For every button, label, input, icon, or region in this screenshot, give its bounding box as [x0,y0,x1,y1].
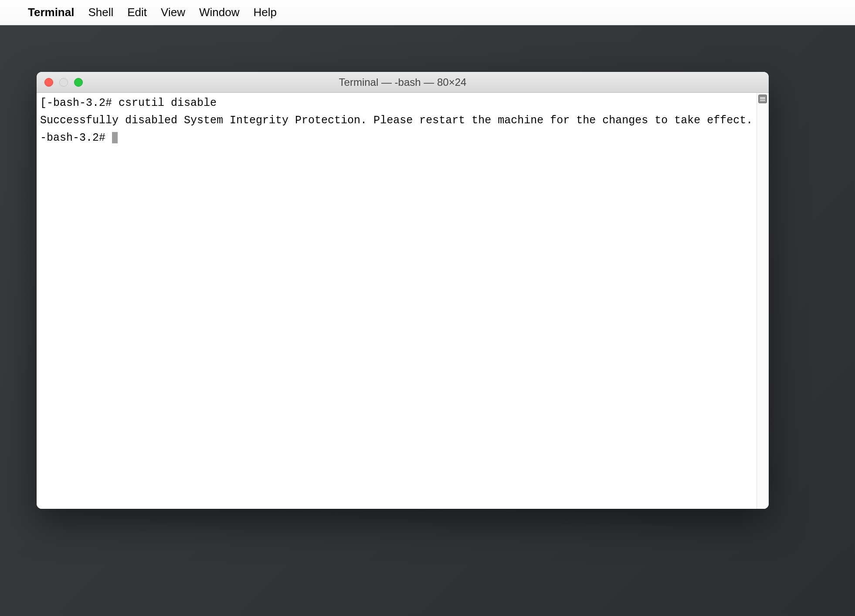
terminal-window: Terminal — -bash — 80×24 [-bash-3.2# csr… [37,72,769,509]
terminal-content[interactable]: [-bash-3.2# csrutil disable Successfully… [37,93,757,509]
prompt-2: -bash-3.2# [40,132,112,144]
menu-edit[interactable]: Edit [127,6,147,19]
menu-help[interactable]: Help [253,6,276,19]
menu-shell[interactable]: Shell [88,6,113,19]
menubar: Terminal Shell Edit View Window Help [0,0,855,25]
cursor-icon [112,132,118,143]
window-titlebar[interactable]: Terminal — -bash — 80×24 [37,72,769,93]
close-button[interactable] [44,78,53,87]
output-line: Successfully disabled System Integrity P… [40,114,753,127]
window-title: Terminal — -bash — 80×24 [339,76,467,88]
traffic-lights [37,78,83,87]
bracket-prefix: [ [40,97,47,109]
menu-window[interactable]: Window [199,6,239,19]
prompt-1: -bash-3.2# [47,97,119,109]
desktop: Terminal — -bash — 80×24 [-bash-3.2# csr… [0,25,855,616]
terminal-body: [-bash-3.2# csrutil disable Successfully… [37,93,769,509]
minimize-button[interactable] [59,78,68,87]
scrollbar[interactable] [757,93,769,509]
menu-view[interactable]: View [161,6,185,19]
command-1: csrutil disable [119,97,217,109]
scroll-to-top-icon[interactable] [758,95,767,103]
zoom-button[interactable] [74,78,83,87]
menu-app[interactable]: Terminal [28,6,74,19]
